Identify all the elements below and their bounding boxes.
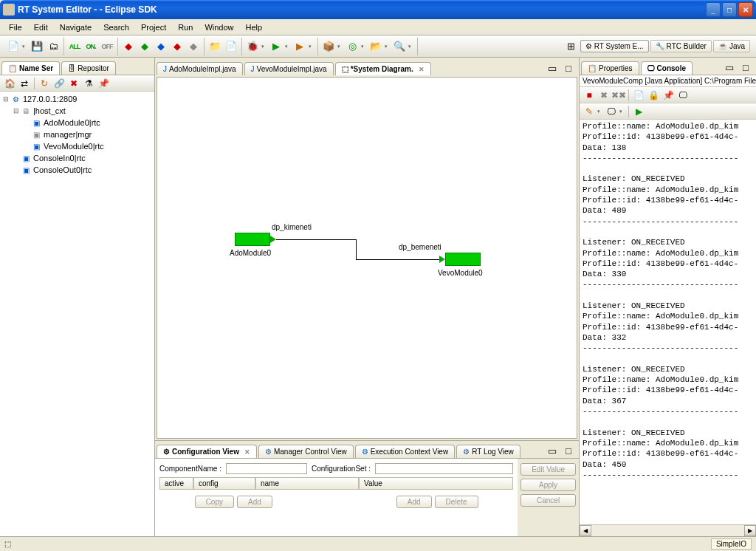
scroll-right-icon[interactable]: ▶ (744, 525, 756, 536)
console-action2[interactable]: 🖵 (605, 105, 618, 118)
tab-manager-control[interactable]: ⚙Manager Control View (258, 445, 354, 458)
tb-action1[interactable]: ◆ (121, 39, 136, 54)
console-action1[interactable]: ✎ (583, 105, 596, 118)
tree-ado-module[interactable]: ▣ AdoModule0|rtc (1, 117, 153, 129)
tree-manager[interactable]: ▣ manager|mgr (1, 129, 153, 140)
component-ado-module[interactable] (235, 233, 270, 246)
menu-help[interactable]: Help (240, 21, 269, 33)
tab-properties[interactable]: 📋Properties (581, 61, 639, 75)
on-button[interactable]: ON. (83, 39, 98, 54)
pin-console-icon[interactable]: 📌 (662, 89, 675, 102)
debug-button[interactable]: 🐞 (245, 39, 260, 54)
minimize-button[interactable]: _ (706, 2, 721, 17)
delete-icon[interactable]: ✖ (67, 77, 80, 90)
component-vevo-module[interactable] (445, 253, 481, 266)
maximize-button[interactable]: □ (722, 2, 737, 17)
menu-navigate[interactable]: Navigate (54, 21, 97, 33)
component-name-input[interactable] (226, 463, 307, 474)
delete-button[interactable]: Delete (435, 496, 478, 508)
port-out-arrow[interactable] (270, 236, 276, 243)
copy-button[interactable]: Copy (195, 496, 234, 508)
remove-launch-icon[interactable]: ✖ (597, 89, 611, 102)
refresh-icon[interactable]: ↻ (38, 77, 51, 90)
scroll-left-icon[interactable]: ◀ (580, 525, 591, 536)
scroll-lock-icon[interactable]: 🔒 (647, 89, 660, 102)
close-button[interactable]: ✕ (738, 2, 753, 17)
open-perspective-button[interactable]: ⊞ (564, 39, 579, 54)
port-in-arrow[interactable] (439, 256, 445, 263)
col-config[interactable]: config (193, 477, 255, 490)
tb-action5[interactable]: ◆ (186, 39, 201, 54)
terminate-icon[interactable]: ■ (583, 89, 596, 102)
perspective-java[interactable]: ☕Java (713, 40, 750, 52)
menu-edit[interactable]: Edit (28, 21, 54, 33)
maximize-view-icon[interactable]: □ (561, 443, 576, 458)
open-type-button[interactable]: 📂 (368, 39, 383, 54)
tree-host[interactable]: ⊟ 🖥 |host_cxt (1, 105, 153, 117)
collapse-icon[interactable]: ⇄ (18, 77, 31, 90)
col-value[interactable]: Value (359, 477, 513, 490)
editor-tab-vevo[interactable]: JVevoModuleImpl.java (244, 62, 334, 75)
add-button[interactable]: Add (237, 496, 272, 508)
tab-console[interactable]: 🖵Console (641, 61, 693, 75)
wire-segment-2[interactable] (356, 239, 357, 259)
save-button[interactable]: 💾 (30, 39, 44, 54)
add2-button[interactable]: Add (396, 496, 432, 508)
apply-button[interactable]: Apply (520, 479, 576, 491)
tab-repository[interactable]: 🗄Repositor (61, 61, 116, 75)
wire-segment-3[interactable] (356, 259, 439, 260)
minimize-editor-icon[interactable]: ▭ (545, 61, 560, 75)
new-button[interactable]: 📄 (6, 39, 21, 54)
maximize-view-icon[interactable]: □ (738, 60, 753, 75)
tab-configuration-view[interactable]: ⚙Configuration View✕ (157, 445, 257, 458)
minimize-view-icon[interactable]: ▭ (722, 60, 737, 75)
tb-action2[interactable]: ◆ (137, 39, 152, 54)
remove-all-icon[interactable]: ✖✖ (612, 89, 625, 102)
console-action3[interactable]: ▶ (632, 105, 645, 118)
edit-value-button[interactable]: Edit Value (520, 463, 576, 476)
maximize-editor-icon[interactable]: □ (561, 61, 576, 75)
filter-icon[interactable]: ⚗ (82, 77, 95, 90)
run-button[interactable]: ▶ (269, 39, 284, 54)
configuration-set-input[interactable] (375, 463, 513, 474)
tree-vevo-module[interactable]: ▣ VevoModule0|rtc (1, 140, 153, 152)
console-output[interactable]: Profile::name: AdoModule0.dp_kim Profile… (580, 120, 756, 524)
tree-root[interactable]: ⊟ ⚙ 127.0.0.1:2809 (1, 93, 153, 105)
cancel-button[interactable]: Cancel (520, 494, 576, 507)
action-icon[interactable]: 📌 (97, 77, 110, 90)
tb-action3[interactable]: ◆ (154, 39, 168, 54)
tree-consolein[interactable]: ▣ ConsoleIn0|rtc (1, 152, 153, 164)
new-type-button[interactable]: ◎ (345, 39, 360, 54)
close-tab-icon[interactable]: ✕ (244, 448, 250, 456)
menu-project[interactable]: Project (135, 21, 172, 33)
tree-consoleout[interactable]: ▣ ConsoleOut0|rtc (1, 164, 153, 176)
tab-execution-context[interactable]: ⚙Execution Context View (355, 445, 455, 458)
menu-search[interactable]: Search (97, 21, 135, 33)
console-scrollbar[interactable]: ◀ ▶ (580, 524, 756, 536)
save-all-button[interactable]: 🗂 (46, 39, 61, 54)
menu-run[interactable]: Run (172, 21, 199, 33)
perspective-rt-system[interactable]: ⚙RT System E... (580, 40, 649, 52)
tab-name-service[interactable]: 📋Name Ser (1, 61, 60, 75)
off-button[interactable]: OFF (100, 39, 114, 54)
col-active[interactable]: active (159, 477, 193, 490)
wire-segment-1[interactable] (276, 239, 356, 240)
home-icon[interactable]: 🏠 (3, 77, 16, 90)
minimize-view-icon[interactable]: ▭ (545, 443, 560, 458)
tb-action6[interactable]: 📁 (207, 39, 222, 54)
perspective-rtc-builder[interactable]: 🔧RTC Builder (650, 40, 712, 52)
clear-console-icon[interactable]: 📄 (632, 89, 645, 102)
menu-window[interactable]: Window (199, 21, 239, 33)
editor-tab-diagram[interactable]: ⬚*System Diagram.✕ (335, 62, 431, 75)
new-package-button[interactable]: 📦 (321, 39, 336, 54)
search-button[interactable]: 🔍 (392, 39, 407, 54)
tab-rt-log[interactable]: ⚙RT Log View (456, 445, 520, 458)
editor-tab-ado[interactable]: JAdoModuleImpl.java (157, 62, 243, 75)
tb-action7[interactable]: 📄 (224, 39, 238, 54)
name-service-tree[interactable]: ⊟ ⚙ 127.0.0.1:2809 ⊟ 🖥 |host_cxt ▣ AdoMo… (0, 92, 154, 536)
display-console-icon[interactable]: 🖵 (676, 89, 690, 102)
close-tab-icon[interactable]: ✕ (419, 66, 425, 73)
menu-file[interactable]: File (3, 21, 28, 33)
link-icon[interactable]: 🔗 (52, 77, 66, 90)
system-diagram-canvas[interactable]: AdoModule0 dp_kimeneti VevoModule0 dp_be… (157, 77, 577, 439)
